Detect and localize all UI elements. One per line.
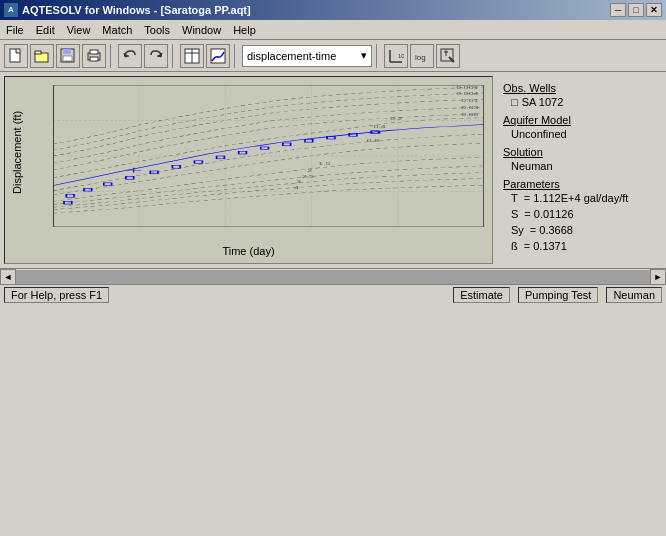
solution-title: Solution — [503, 146, 656, 158]
toolbar-redo-btn[interactable] — [144, 44, 168, 68]
toolbar-print-btn[interactable] — [82, 44, 106, 68]
menu-view[interactable]: View — [61, 22, 97, 38]
svg-text:0.01: 0.01 — [461, 99, 479, 102]
param-T-label: T — [511, 192, 518, 204]
param-beta: ß = 0.1371 — [511, 240, 656, 252]
chart-svg: 10⁻² 10⁻¹ 10⁰ 10¹ 10⁻⁴ 10⁻³ 10⁻² 10⁻¹ 10… — [53, 85, 484, 227]
obs-well-name: SA 1072 — [522, 96, 564, 108]
y-axis-label: Displacement (ft) — [9, 77, 25, 227]
aquifer-model-value: Unconfined — [511, 128, 656, 140]
title-bar: A AQTESOLV for Windows - [Saratoga PP.aq… — [0, 0, 666, 20]
aquifer-model-section: Aquifer Model Unconfined — [503, 114, 656, 140]
app-icon: A — [4, 3, 18, 17]
menu-bar: File Edit View Match Tools Window Help — [0, 20, 666, 40]
dropdown-value: displacement-time — [247, 50, 336, 62]
x-axis-label: Time (day) — [222, 245, 274, 257]
svg-text:log: log — [415, 53, 426, 62]
status-help: For Help, press F1 — [4, 287, 109, 303]
obs-wells-title: Obs. Wells — [503, 82, 656, 94]
obs-wells-section: Obs. Wells □ SA 1072 — [503, 82, 656, 108]
toolbar-open-btn[interactable] — [30, 44, 54, 68]
toolbar-log-btn[interactable]: log — [410, 44, 434, 68]
title-bar-left: A AQTESOLV for Windows - [Saratoga PP.aq… — [4, 3, 251, 17]
status-bar: For Help, press F1 Estimate Pumping Test… — [0, 284, 666, 304]
status-pumping-test: Pumping Test — [518, 287, 598, 303]
chart-panel: Displacement (ft) 10⁻² 10⁻¹ 10⁰ 10¹ — [0, 72, 666, 268]
param-Sy: Sy = 0.3668 — [511, 224, 656, 236]
toolbar-save-btn[interactable] — [56, 44, 80, 68]
svg-text:4: 4 — [294, 186, 299, 189]
param-beta-value: = 0.1371 — [524, 240, 567, 252]
horizontal-scrollbar[interactable]: ◄ ► — [0, 268, 666, 284]
status-estimate: Estimate — [453, 287, 510, 303]
obs-well-symbol: □ — [511, 96, 518, 108]
svg-rect-8 — [90, 57, 98, 61]
toolbar-separator-3 — [234, 44, 238, 68]
svg-text:10: 10 — [398, 53, 404, 59]
scroll-left-btn[interactable]: ◄ — [0, 269, 16, 285]
solution-text: Neuman — [511, 160, 553, 172]
scroll-right-btn[interactable]: ► — [650, 269, 666, 285]
toolbar-zoom-btn[interactable] — [436, 44, 460, 68]
estimate-text: Estimate — [460, 289, 503, 301]
param-S-value: = 0.01126 — [524, 208, 573, 220]
param-T: T = 1.112E+4 gal/day/ft — [511, 192, 656, 204]
help-text: For Help, press F1 — [11, 289, 102, 301]
menu-match[interactable]: Match — [96, 22, 138, 38]
toolbar-chart-btn[interactable] — [206, 44, 230, 68]
solution-section: Solution Neuman — [503, 146, 656, 172]
menu-help[interactable]: Help — [227, 22, 262, 38]
close-button[interactable]: ✕ — [646, 3, 662, 17]
svg-text:0.2: 0.2 — [390, 118, 403, 121]
toolbar-separator-1 — [110, 44, 114, 68]
svg-rect-12 — [211, 49, 225, 63]
svg-rect-7 — [90, 50, 98, 54]
toolbar: displacement-time ▾ 10 log — [0, 40, 666, 72]
chart-container: Displacement (ft) 10⁻² 10⁻¹ 10⁰ 10¹ — [4, 76, 493, 264]
param-S: S = 0.01126 — [511, 208, 656, 220]
param-S-label: S — [511, 208, 518, 220]
toolbar-axes-btn[interactable]: 10 — [384, 44, 408, 68]
minimize-button[interactable]: ─ — [610, 3, 626, 17]
toolbar-table-btn[interactable] — [180, 44, 204, 68]
svg-text:1.5: 1.5 — [318, 163, 331, 166]
pumping-test-text: Pumping Test — [525, 289, 591, 301]
svg-text:3: 3 — [296, 180, 301, 183]
status-solution: Neuman — [606, 287, 662, 303]
solution-text: Neuman — [613, 289, 655, 301]
window-title: AQTESOLV for Windows - [Saratoga PP.aqt] — [22, 4, 251, 16]
svg-rect-4 — [63, 49, 71, 54]
scroll-track[interactable] — [16, 270, 650, 284]
svg-rect-0 — [10, 49, 20, 62]
parameters-title: Parameters — [503, 178, 656, 190]
obs-well-item: □ SA 1072 — [511, 96, 656, 108]
aquifer-model-text: Unconfined — [511, 128, 567, 140]
title-bar-buttons[interactable]: ─ □ ✕ — [610, 3, 662, 17]
menu-file[interactable]: File — [0, 22, 30, 38]
toolbar-undo-btn[interactable] — [118, 44, 142, 68]
svg-text:0.03: 0.03 — [461, 107, 479, 110]
dropdown-arrow-icon: ▾ — [361, 49, 367, 62]
toolbar-new-btn[interactable] — [4, 44, 28, 68]
svg-rect-2 — [35, 51, 41, 54]
legend-panel: Obs. Wells □ SA 1072 Aquifer Model Uncon… — [497, 76, 662, 264]
aquifer-model-title: Aquifer Model — [503, 114, 656, 126]
svg-rect-5 — [63, 56, 72, 61]
solution-value: Neuman — [511, 160, 656, 172]
menu-edit[interactable]: Edit — [30, 22, 61, 38]
menu-tools[interactable]: Tools — [138, 22, 176, 38]
menu-window[interactable]: Window — [176, 22, 227, 38]
param-Sy-value: = 0.3668 — [530, 224, 573, 236]
svg-text:0.06: 0.06 — [461, 113, 479, 116]
svg-rect-21 — [53, 85, 484, 227]
param-T-value: = 1.112E+4 gal/day/ft — [524, 192, 629, 204]
svg-text:2.5: 2.5 — [302, 175, 315, 178]
chart-type-dropdown[interactable]: displacement-time ▾ — [242, 45, 372, 67]
svg-text:2: 2 — [307, 169, 312, 172]
svg-text:0.8: 0.8 — [367, 139, 380, 142]
svg-text:0.001: 0.001 — [456, 86, 479, 89]
maximize-button[interactable]: □ — [628, 3, 644, 17]
param-Sy-label: Sy — [511, 224, 524, 236]
param-beta-label: ß — [511, 240, 518, 252]
parameters-section: Parameters T = 1.112E+4 gal/day/ft S = 0… — [503, 178, 656, 252]
